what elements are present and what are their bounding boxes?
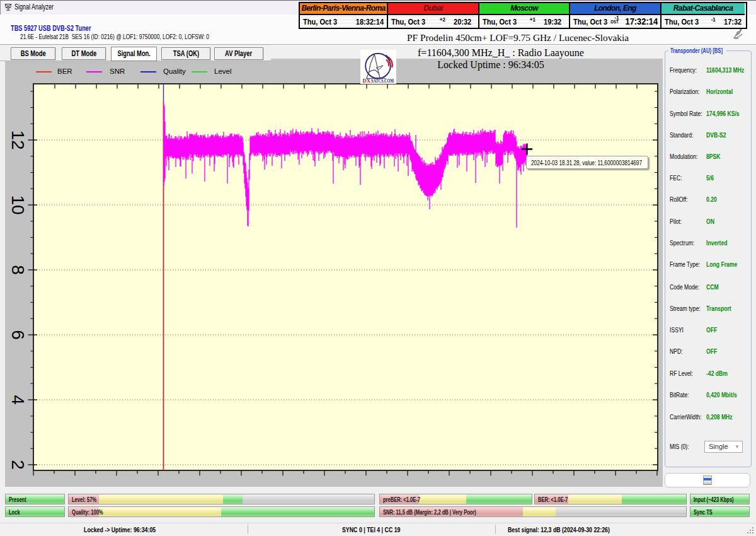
svg-text:DX: DX [363,78,371,84]
svg-text:SATCS.COM: SATCS.COM [371,78,394,84]
